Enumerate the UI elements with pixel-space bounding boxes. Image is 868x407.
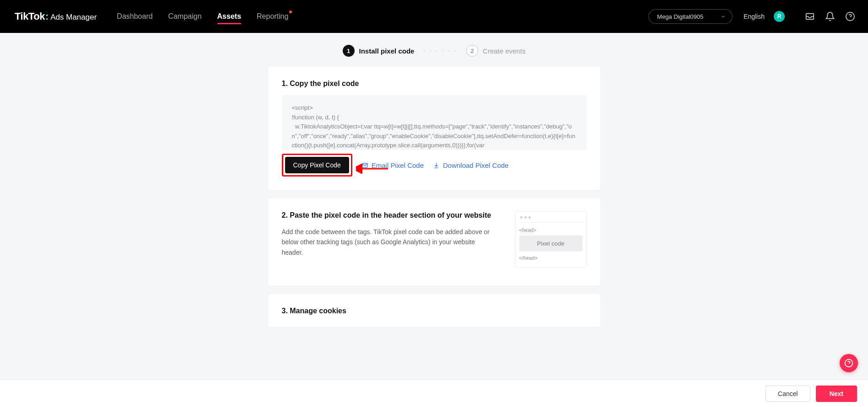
help-icon[interactable] [845, 11, 855, 21]
header-mock-illustration: <head> Pixel code </head> [515, 211, 587, 268]
mock-pixel-code: Pixel code [519, 236, 582, 252]
main-content: 1. Copy the pixel code <script> !functio… [268, 67, 600, 381]
language-selector[interactable]: English [744, 13, 765, 20]
download-link-label: Download Pixel Code [443, 161, 508, 169]
section-copy-code: 1. Copy the pixel code <script> !functio… [268, 67, 600, 190]
svg-point-1 [846, 12, 854, 21]
step-2-circle: 2 [466, 45, 478, 57]
section-2-desc: Add the code between the tags. TikTok pi… [282, 227, 497, 257]
avatar[interactable]: R [774, 11, 785, 22]
section-1-title: 1. Copy the pixel code [282, 80, 587, 88]
question-icon [844, 359, 853, 368]
section-manage-cookies: 3. Manage cookies [268, 294, 600, 327]
highlight-annotation: Copy Pixel Code [282, 154, 352, 177]
nav-campaign[interactable]: Campaign [168, 1, 202, 32]
step-2-label: Create events [483, 47, 525, 55]
nav-reporting[interactable]: Reporting [257, 1, 288, 32]
nav-assets[interactable]: Assets [217, 1, 241, 32]
arrow-annotation [356, 164, 390, 176]
step-1-circle: 1 [343, 45, 355, 57]
help-fab[interactable] [840, 354, 858, 372]
mock-head-open: <head> [519, 227, 582, 233]
step-2: 2 Create events [466, 45, 525, 57]
code-actions: Copy Pixel Code Email Pixel Code Downloa… [282, 154, 587, 177]
pixel-code-box[interactable]: <script> !function (w, d, t) { w.TiktokA… [282, 95, 587, 150]
logo[interactable]: TikTok: Ads Manager [15, 11, 97, 22]
step-divider: - - - - - - [423, 48, 457, 54]
setup-stepper: 1 Install pixel code - - - - - - 2 Creat… [0, 33, 868, 67]
mock-window-dots [519, 215, 582, 223]
pixel-code-text: <script> !function (w, d, t) { w.TiktokA… [292, 103, 577, 150]
logo-colon: : [45, 11, 49, 22]
nav-dashboard[interactable]: Dashboard [117, 1, 152, 32]
section-paste-code: 2. Paste the pixel code in the header se… [268, 198, 600, 286]
download-pixel-code-link[interactable]: Download Pixel Code [433, 161, 508, 169]
bell-icon[interactable] [825, 11, 835, 21]
section-3-title: 3. Manage cookies [282, 307, 587, 315]
nav-reporting-label: Reporting [257, 12, 288, 20]
main-nav: Dashboard Campaign Assets Reporting [117, 1, 288, 32]
section-2-title: 2. Paste the pixel code in the header se… [282, 211, 497, 220]
footer-bar: Cancel Next [0, 380, 868, 381]
logo-main: TikTok [15, 11, 45, 22]
logo-sub: Ads Manager [50, 13, 97, 22]
step-1: 1 Install pixel code [343, 45, 415, 57]
copy-pixel-code-button[interactable]: Copy Pixel Code [285, 157, 349, 173]
mock-head-close: </head> [519, 255, 582, 261]
chevron-down-icon [721, 14, 726, 19]
notification-dot [289, 11, 292, 13]
inbox-icon[interactable] [805, 11, 815, 21]
account-selector[interactable]: Mega Digital0905 [648, 9, 733, 24]
top-header: TikTok: Ads Manager Dashboard Campaign A… [0, 0, 868, 33]
step-1-label: Install pixel code [359, 47, 415, 55]
download-icon [433, 162, 440, 169]
account-name: Mega Digital0905 [657, 13, 703, 20]
